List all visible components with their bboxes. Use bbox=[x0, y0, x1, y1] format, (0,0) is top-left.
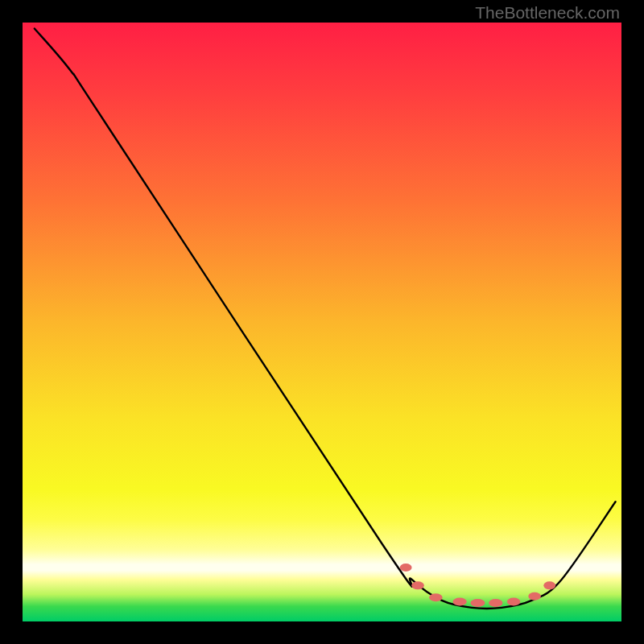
bottleneck-chart bbox=[23, 23, 621, 621]
watermark-text: TheBottleneck.com bbox=[475, 3, 620, 23]
gradient-background bbox=[23, 23, 621, 621]
marker-dot bbox=[453, 597, 467, 605]
chart-frame bbox=[23, 23, 621, 621]
marker-dot bbox=[470, 599, 485, 607]
marker-dot bbox=[528, 592, 541, 601]
marker-dot bbox=[411, 581, 424, 589]
marker-dot bbox=[543, 581, 555, 589]
marker-dot bbox=[489, 599, 502, 607]
marker-dot bbox=[429, 593, 442, 601]
marker-dot bbox=[507, 597, 520, 605]
marker-dot bbox=[400, 564, 412, 572]
